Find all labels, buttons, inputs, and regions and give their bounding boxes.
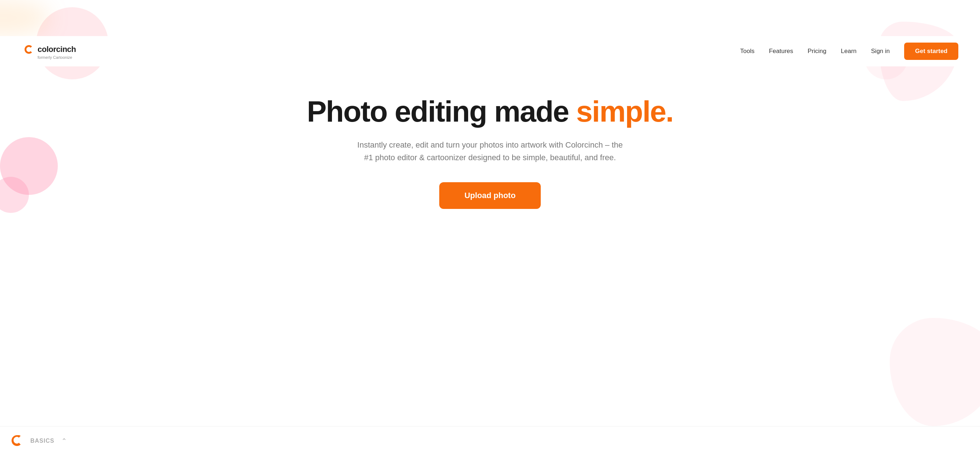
svg-rect-1 [7, 432, 25, 450]
logo-icon [22, 43, 35, 56]
hero-section: Photo editing made simple. Instantly cre… [0, 67, 980, 231]
nav-pricing[interactable]: Pricing [808, 48, 826, 55]
nav-features[interactable]: Features [769, 48, 793, 55]
hero-title: Photo editing made simple. [14, 95, 966, 128]
bottom-bar: BASICS ⌃ [0, 426, 980, 455]
svg-rect-0 [22, 43, 35, 56]
decorative-glow-center [0, 0, 51, 36]
hero-title-part1: Photo editing made [307, 95, 576, 128]
upload-photo-button[interactable]: Upload photo [439, 182, 541, 209]
hero-title-highlight: simple. [576, 95, 673, 128]
basics-label: BASICS [30, 438, 54, 444]
logo-subtitle: formerly Cartoonize [38, 55, 72, 60]
decorative-blob-bottom-right [890, 318, 980, 426]
hero-subtitle: Instantly create, edit and turn your pho… [353, 139, 627, 164]
nav-signin[interactable]: Sign in [871, 48, 890, 55]
logo-name: colorcinch [38, 45, 76, 54]
nav-learn[interactable]: Learn [841, 48, 856, 55]
bottom-bar-logo-icon [7, 432, 25, 450]
get-started-button[interactable]: Get started [904, 43, 958, 60]
header: colorcinch formerly Cartoonize Tools Fea… [0, 36, 980, 67]
logo-area[interactable]: colorcinch formerly Cartoonize [22, 43, 76, 60]
main-nav: Tools Features Pricing Learn Sign in Get… [740, 43, 958, 60]
nav-tools[interactable]: Tools [740, 48, 755, 55]
chevron-up-icon: ⌃ [61, 437, 67, 445]
